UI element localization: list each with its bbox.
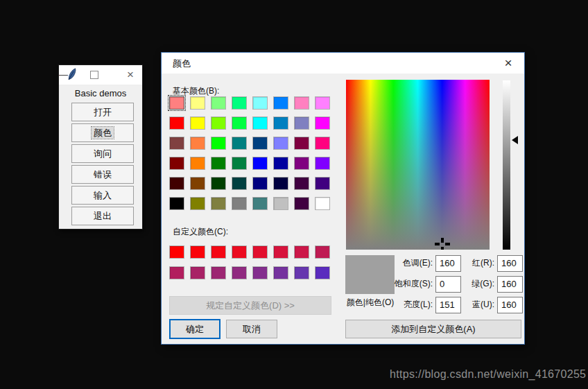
demo-window-titlebar[interactable]: — × xyxy=(59,65,142,85)
cancel-button[interactable]: 取消 xyxy=(226,320,277,338)
field-input[interactable] xyxy=(497,276,523,293)
basic-color-swatch[interactable] xyxy=(294,197,309,210)
basic-color-swatch[interactable] xyxy=(273,116,288,130)
dialog-titlebar[interactable]: 颜色 × xyxy=(162,53,524,74)
basic-color-swatch[interactable] xyxy=(169,157,184,170)
field-label: 绿(G): xyxy=(464,278,494,290)
basic-color-swatch[interactable] xyxy=(252,96,268,110)
dialog-title: 颜色 xyxy=(173,58,191,70)
custom-color-swatch[interactable] xyxy=(315,245,330,259)
maximize-icon[interactable] xyxy=(90,71,98,79)
color-dialog: 颜色 × 基本颜色(B): 自定义颜色(C): 规定自定义颜色(D) >> 确定… xyxy=(161,52,525,345)
field-input[interactable] xyxy=(497,255,523,272)
custom-color-swatch[interactable] xyxy=(232,245,247,259)
basic-color-swatch[interactable] xyxy=(190,116,205,130)
custom-color-swatch[interactable] xyxy=(232,266,247,279)
luminance-slider-arrow[interactable] xyxy=(512,136,518,144)
custom-color-swatch[interactable] xyxy=(190,245,205,259)
basic-color-swatch[interactable] xyxy=(273,137,288,150)
hue-saturation-field[interactable] xyxy=(346,80,490,250)
custom-color-swatch[interactable] xyxy=(190,266,205,279)
field-input[interactable] xyxy=(435,297,461,313)
basic-color-swatch[interactable] xyxy=(294,157,309,170)
basic-color-swatch[interactable] xyxy=(190,197,205,210)
basic-color-swatch[interactable] xyxy=(190,137,205,150)
field-input[interactable] xyxy=(435,255,461,272)
field-label: 饱和度(S): xyxy=(369,278,433,290)
custom-color-swatch[interactable] xyxy=(169,245,184,259)
demo-button-list: 打开颜色询问错误输入退出 xyxy=(71,103,134,227)
ok-button[interactable]: 确定 xyxy=(169,319,220,339)
field-label: 色调(E): xyxy=(369,257,433,269)
demo-button[interactable]: 退出 xyxy=(71,207,134,225)
custom-color-swatch[interactable] xyxy=(273,266,288,279)
custom-color-swatch[interactable] xyxy=(273,245,288,259)
custom-color-swatch[interactable] xyxy=(252,266,268,279)
custom-color-swatch[interactable] xyxy=(169,266,184,279)
basic-color-swatch[interactable] xyxy=(252,116,268,130)
watermark-text: https://blog.csdn.net/weixin_41670255 xyxy=(390,368,586,381)
basic-color-swatch[interactable] xyxy=(211,157,226,170)
custom-color-swatch[interactable] xyxy=(294,245,309,259)
basic-color-swatch[interactable] xyxy=(294,137,309,150)
basic-color-swatch[interactable] xyxy=(252,157,268,170)
demo-button[interactable]: 颜色 xyxy=(71,123,134,142)
basic-color-swatch[interactable] xyxy=(169,116,184,130)
basic-color-swatch[interactable] xyxy=(232,116,247,130)
custom-color-swatch[interactable] xyxy=(315,266,330,279)
add-to-custom-colors-button[interactable]: 添加到自定义颜色(A) xyxy=(345,320,521,338)
custom-colors-label: 自定义颜色(C): xyxy=(173,226,228,238)
basic-color-swatch[interactable] xyxy=(232,137,247,150)
field-input[interactable] xyxy=(497,297,523,313)
basic-color-swatch[interactable] xyxy=(169,177,184,190)
basic-color-swatch[interactable] xyxy=(169,96,184,110)
basic-color-swatch[interactable] xyxy=(232,177,247,190)
basic-color-swatch[interactable] xyxy=(232,197,247,210)
field-input[interactable] xyxy=(435,276,461,293)
basic-color-swatch[interactable] xyxy=(211,137,226,150)
basic-color-swatch[interactable] xyxy=(190,177,205,190)
field-label: 亮度(L): xyxy=(369,299,433,311)
basic-color-swatch[interactable] xyxy=(211,197,226,210)
basic-color-swatch[interactable] xyxy=(169,197,184,210)
luminance-bar[interactable] xyxy=(503,80,510,250)
basic-color-swatch[interactable] xyxy=(294,177,309,190)
basic-color-swatch[interactable] xyxy=(169,137,184,150)
basic-color-swatch[interactable] xyxy=(252,137,268,150)
define-custom-colors-button: 规定自定义颜色(D) >> xyxy=(169,296,331,315)
basic-color-swatch[interactable] xyxy=(211,177,226,190)
basic-color-swatch[interactable] xyxy=(273,157,288,170)
basic-color-swatch[interactable] xyxy=(211,96,226,110)
basic-color-swatch[interactable] xyxy=(315,116,330,130)
basic-color-swatch[interactable] xyxy=(315,96,330,110)
close-icon[interactable]: × xyxy=(498,53,519,74)
demo-window-title: Basic demos xyxy=(59,88,142,98)
field-label: 蓝(U): xyxy=(464,299,494,311)
demo-button[interactable]: 错误 xyxy=(71,165,134,184)
basic-color-swatch[interactable] xyxy=(315,137,330,150)
basic-color-swatch[interactable] xyxy=(273,197,288,210)
demo-button[interactable]: 询问 xyxy=(71,144,134,163)
basic-color-swatch[interactable] xyxy=(273,96,288,110)
custom-color-swatch[interactable] xyxy=(211,245,226,259)
basic-color-swatch[interactable] xyxy=(315,197,330,210)
basic-color-swatch[interactable] xyxy=(315,177,330,190)
custom-color-swatch[interactable] xyxy=(294,266,309,279)
basic-color-swatch[interactable] xyxy=(294,116,309,130)
basic-color-swatch[interactable] xyxy=(252,197,268,210)
basic-color-swatch[interactable] xyxy=(232,96,247,110)
basic-color-swatch[interactable] xyxy=(252,177,268,190)
basic-color-swatch[interactable] xyxy=(190,96,205,110)
basic-color-swatch[interactable] xyxy=(190,157,205,170)
demo-button[interactable]: 输入 xyxy=(71,186,134,205)
basic-color-swatch[interactable] xyxy=(211,116,226,130)
custom-color-swatch[interactable] xyxy=(252,245,268,259)
basic-color-swatch[interactable] xyxy=(315,157,330,170)
basic-color-swatch[interactable] xyxy=(294,96,309,110)
custom-color-swatch[interactable] xyxy=(211,266,226,279)
close-icon[interactable]: × xyxy=(127,67,134,83)
demo-button[interactable]: 打开 xyxy=(71,103,134,121)
basic-color-swatch[interactable] xyxy=(273,177,288,190)
basic-color-swatch[interactable] xyxy=(232,157,247,170)
color-value-fields: 色调(E):红(R):饱和度(S):绿(G):亮度(L):蓝(U): xyxy=(369,254,523,313)
